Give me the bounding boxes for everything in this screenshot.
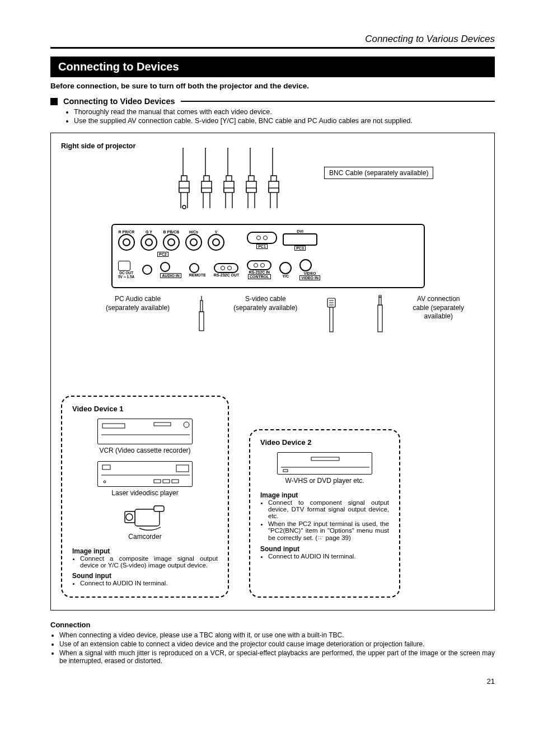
camcorder-caption: Camcorder — [72, 533, 218, 541]
port-label: G Y — [140, 230, 157, 234]
svg-rect-3 — [224, 188, 234, 192]
svg-point-1 — [182, 205, 186, 209]
projector-connector-panel: R PR/CR G Y B PB/CB H/Cs V PC1 DVIPC3 PC… — [111, 224, 425, 288]
callout-line: (separately available) — [106, 304, 170, 312]
audio-jack-icon — [160, 262, 170, 272]
device-bullets: Connect to component signal output devic… — [268, 499, 389, 542]
wvhs-caption: W-VHS or DVD player etc. — [260, 477, 389, 485]
svg-rect-11 — [379, 297, 381, 305]
port-label: VIDEO — [299, 271, 320, 275]
dvi-port-icon — [283, 233, 317, 246]
sound-input-heading: Sound input — [72, 572, 218, 580]
svg-rect-13 — [102, 424, 125, 428]
callout-line: AV connection — [417, 295, 460, 303]
vcr-caption: VCR (Video cassette recorder) — [72, 447, 218, 454]
callout-line: S-video cable — [245, 295, 286, 303]
callout-line: PC Audio cable — [115, 295, 161, 303]
bnc-jack-icon — [208, 234, 224, 251]
port-label: V — [208, 230, 224, 234]
svg-rect-23 — [172, 480, 179, 483]
svg-rect-9 — [330, 307, 333, 332]
serial-port-icon — [247, 260, 271, 270]
callout-line: (separately available) — [233, 304, 297, 312]
svg-rect-18 — [176, 465, 189, 472]
serial-port-icon — [214, 263, 238, 273]
bullet-item: When the PC2 input terminal is used, the… — [268, 520, 389, 542]
port-label: DVI — [283, 229, 317, 233]
bnc-jack-icon — [185, 234, 202, 251]
pc-audio-callout: PC Audio cable (separately available) — [106, 295, 170, 312]
image-input-heading: Image input — [72, 547, 218, 555]
port-label: AUDIO IN — [160, 273, 181, 278]
svg-rect-21 — [154, 480, 161, 483]
rca-jack-icon — [299, 259, 312, 271]
svg-rect-4 — [246, 188, 256, 192]
video-device-1-box: Video Device 1 VCR (Video cassette recor… — [61, 396, 229, 598]
port-label: PC2 — [157, 252, 168, 257]
bnc-jack-icon — [140, 234, 157, 251]
breadcrumb: Connecting to Various Devices — [50, 34, 495, 49]
subsection-bullets: Thoroughly read the manual that comes wi… — [74, 108, 495, 125]
port-label: DC OUT — [118, 271, 134, 275]
svg-rect-10 — [378, 305, 382, 332]
svg-rect-30 — [283, 469, 288, 472]
audio-plug-icon — [196, 295, 207, 334]
port-label: RS-232C IN — [247, 270, 271, 274]
svideo-jack-icon — [279, 262, 292, 274]
bullet-item: Connect to AUDIO IN terminal. — [268, 553, 389, 560]
svg-rect-22 — [163, 480, 170, 483]
bullet-item: Use of an extension cable to connect a v… — [59, 640, 495, 648]
bullet-item: When a signal with much jitter is reprod… — [59, 649, 495, 665]
connection-bullets: When connecting a video device, please u… — [59, 631, 495, 665]
ld-caption: Laser videodisc player — [72, 489, 218, 497]
bnc-jack-icon — [118, 234, 135, 251]
svideo-callout: S-video cable (separately available) — [233, 295, 297, 312]
svg-rect-2 — [202, 188, 212, 192]
camcorder-icon — [123, 504, 167, 530]
subsection-title: Connecting to Video Devices — [63, 97, 175, 106]
bullet-item: Thoroughly read the manual that comes wi… — [74, 108, 495, 116]
audio-jack-icon — [142, 265, 152, 275]
port-label: PC1 — [256, 244, 268, 249]
svg-rect-6 — [199, 312, 204, 331]
svg-point-12 — [379, 295, 381, 297]
svg-rect-27 — [154, 506, 164, 511]
port-label: REMOTE — [189, 273, 206, 277]
callout-line: available) — [424, 312, 453, 320]
vcr-icon — [97, 419, 193, 444]
svg-rect-28 — [311, 457, 339, 461]
port-label: CONTROL — [248, 274, 271, 279]
callout-line: cable (separately — [413, 304, 464, 312]
port-label: RS-232C OUT — [214, 273, 240, 277]
video-device-2-box: Video Device 2 W-VHS or DVD player etc. … — [249, 429, 400, 598]
connection-heading: Connection — [50, 621, 495, 629]
svg-rect-7 — [200, 300, 203, 312]
dvd-player-icon — [277, 452, 372, 475]
rca-plug-icon — [374, 295, 386, 334]
vga-port-icon — [247, 232, 277, 244]
svideo-plug-icon — [324, 295, 346, 334]
divider — [181, 101, 495, 102]
subsection-header: Connecting to Video Devices — [50, 97, 495, 106]
device-title: Video Device 1 — [72, 405, 218, 413]
device-bullets: Connect to AUDIO IN terminal. — [268, 553, 389, 560]
bnc-plugs-group: BNC Cable (separately available) — [111, 153, 346, 220]
connection-diagram: Right side of projector BNC Cable (separ… — [50, 133, 495, 611]
bnc-jack-icon — [163, 234, 180, 251]
remote-jack-icon — [189, 263, 199, 273]
svg-rect-0 — [179, 188, 189, 192]
bullet-item: Connect a composite image signal output … — [80, 555, 218, 569]
dc-out-icon — [118, 261, 130, 271]
svg-rect-17 — [102, 465, 110, 469]
port-label: VIDEO IN — [299, 275, 320, 280]
port-label: B PB/CB — [163, 230, 180, 234]
bullet-item: Connect to component signal output devic… — [268, 499, 389, 519]
svg-point-26 — [126, 514, 133, 520]
port-label: 5V ⎓ 1.5A — [118, 275, 134, 279]
svg-point-15 — [184, 422, 189, 428]
sound-input-heading: Sound input — [260, 545, 389, 553]
device-title: Video Device 2 — [260, 438, 389, 447]
bnc-cable-callout: BNC Cable (separately available) — [324, 167, 433, 179]
device-bullets: Connect a composite image signal output … — [80, 555, 218, 569]
device-boxes-row: Video Device 1 VCR (Video cassette recor… — [61, 396, 484, 598]
